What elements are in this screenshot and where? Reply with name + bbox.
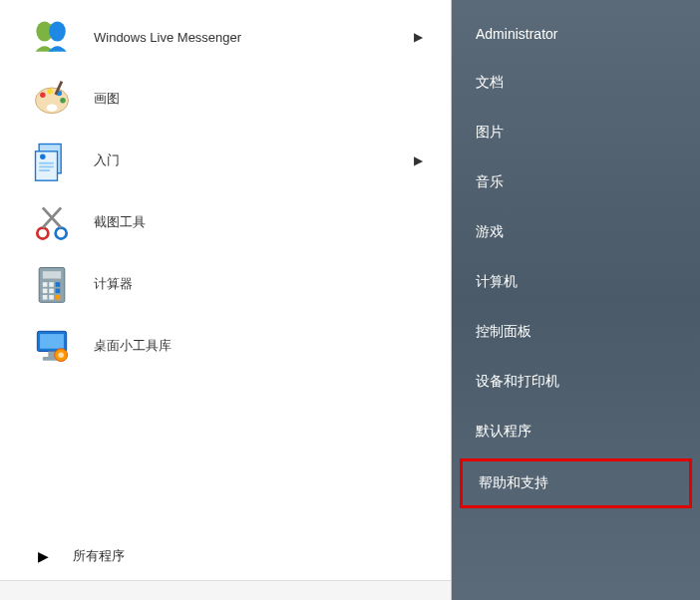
- svg-rect-27: [43, 295, 48, 300]
- svg-point-5: [47, 89, 53, 95]
- right-item-games[interactable]: 游戏: [452, 207, 700, 257]
- right-item-documents[interactable]: 文档: [452, 58, 700, 108]
- program-item-gadgets[interactable]: 桌面小工具库: [0, 315, 451, 377]
- recent-programs-list: Windows Live Messenger ▶ 画图: [0, 0, 451, 530]
- right-item-help-support[interactable]: 帮助和支持: [460, 458, 692, 508]
- snipping-tool-icon: [28, 198, 76, 246]
- svg-rect-21: [43, 282, 48, 287]
- svg-rect-29: [56, 295, 61, 300]
- program-label: 画图: [94, 90, 451, 108]
- start-menu-left-panel: Windows Live Messenger ▶ 画图: [0, 0, 452, 600]
- submenu-arrow-icon: ▶: [414, 153, 423, 167]
- messenger-icon: [28, 13, 76, 61]
- gadgets-icon: [28, 322, 76, 370]
- program-item-messenger[interactable]: Windows Live Messenger ▶: [0, 6, 451, 68]
- svg-point-3: [47, 105, 58, 112]
- paint-icon: [28, 75, 76, 123]
- svg-rect-20: [43, 271, 61, 278]
- program-label: 截图工具: [94, 213, 451, 231]
- svg-point-4: [40, 93, 46, 99]
- svg-rect-25: [49, 289, 54, 294]
- right-item-control-panel[interactable]: 控制面板: [452, 307, 700, 357]
- program-label: 桌面小工具库: [94, 337, 451, 355]
- program-label: 计算器: [94, 275, 451, 293]
- program-item-paint[interactable]: 画图: [0, 68, 451, 130]
- svg-point-7: [60, 98, 66, 104]
- svg-rect-11: [39, 162, 54, 164]
- program-label: 入门: [94, 151, 451, 169]
- right-item-administrator[interactable]: Administrator: [452, 10, 700, 58]
- submenu-arrow-icon: ▶: [414, 30, 423, 44]
- svg-rect-13: [39, 169, 50, 171]
- svg-point-16: [56, 228, 67, 239]
- svg-rect-23: [56, 282, 61, 287]
- right-item-default-programs[interactable]: 默认程序: [452, 407, 700, 456]
- svg-rect-24: [43, 289, 48, 294]
- svg-rect-26: [56, 289, 61, 294]
- svg-rect-22: [49, 282, 54, 287]
- right-item-music[interactable]: 音乐: [452, 157, 700, 207]
- svg-point-14: [40, 154, 46, 160]
- getting-started-icon: [28, 137, 76, 184]
- right-item-devices-printers[interactable]: 设备和打印机: [452, 357, 700, 407]
- right-item-pictures[interactable]: 图片: [452, 108, 700, 157]
- svg-point-35: [58, 352, 64, 358]
- start-menu-right-panel: Administrator 文档 图片 音乐 游戏 计算机 控制面板 设备和打印…: [452, 0, 700, 600]
- right-item-computer[interactable]: 计算机: [452, 257, 700, 307]
- program-item-snipping-tool[interactable]: 截图工具: [0, 191, 451, 253]
- program-item-getting-started[interactable]: 入门 ▶: [0, 130, 451, 191]
- svg-point-1: [49, 21, 66, 41]
- svg-rect-12: [39, 166, 54, 168]
- program-label: Windows Live Messenger: [94, 30, 451, 45]
- search-area[interactable]: [0, 580, 451, 600]
- all-programs-label: 所有程序: [73, 547, 125, 565]
- svg-rect-31: [40, 334, 64, 349]
- program-item-calculator[interactable]: 计算器: [0, 253, 451, 315]
- calculator-icon: [28, 260, 76, 308]
- all-programs-button[interactable]: ▶ 所有程序: [0, 530, 451, 580]
- svg-point-15: [37, 228, 48, 239]
- svg-rect-28: [49, 295, 54, 300]
- all-programs-arrow-icon: ▶: [38, 548, 49, 564]
